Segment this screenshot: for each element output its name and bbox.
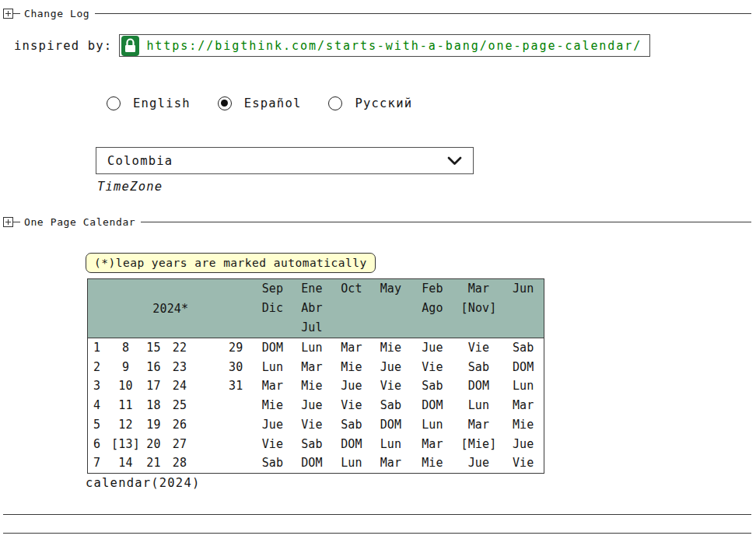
language-radio-español[interactable]: Español [218,96,302,110]
calendar-date-cell: 18 [141,396,167,415]
calendar-weekday-cell: Vie [503,453,544,473]
calendar-month-column-header: SepDic [254,279,292,338]
legend-rule [141,222,751,222]
inspired-by-row: inspired by: https://bigthink.com/starts… [14,34,650,57]
calendar-date-cell: 17 [141,376,167,396]
calendar-date-cell: 21 [141,453,167,473]
language-radio-group: EnglishEspañolРусский [107,94,412,112]
calendar-date-cell: 15 [141,338,167,358]
calendar-weekday-cell: [Mie] [455,435,503,454]
timezone-label: TimeZone [97,180,163,194]
calendar-year-label: 2024* [88,279,254,338]
calendar-row: 7142128SabDOMLunMarMieJueVie [88,453,544,473]
url-text: https://bigthink.com/starts-with-a-bang/… [146,39,642,53]
calendar-row: 18152229DOMLunMarMieJueVieSab [88,338,544,358]
calendar-weekday-cell: DOM [503,358,544,377]
calendar-row: 5121926JueVieSabDOMLunMarMie [88,415,544,435]
calendar-weekday-cell: Vie [411,358,455,377]
calendar-weekday-cell: Sab [503,338,544,358]
expand-toggle-icon[interactable] [3,217,13,227]
legend-rule [95,13,751,14]
calendar-weekday-cell: Sab [332,415,372,435]
calendar-weekday-cell: Sab [292,435,332,454]
radio-unselected-icon[interactable] [107,96,121,110]
divider-line [3,533,751,534]
month-label: Feb [411,279,455,299]
calendar-date-cell [193,453,254,473]
calendar-date-cell: 28 [167,453,193,473]
month-label [332,318,372,338]
calendar-date-cell: 10 [111,376,141,396]
calendar-month-column-header: Oct [332,279,372,338]
calendar-date-cell: 23 [167,358,193,377]
calendar-date-cell: 11 [111,396,141,415]
month-label: [Nov] [455,299,503,318]
calendar-date-cell: 19 [141,415,167,435]
one-page-calendar-label: One Page Calendar [20,216,141,228]
month-label: Jul [292,318,332,338]
url-link[interactable]: https://bigthink.com/starts-with-a-bang/… [119,34,650,57]
calendar-weekday-cell: Mie [372,338,411,358]
calendar-weekday-cell: Mie [254,396,292,415]
calendar-weekday-cell: Mar [503,396,544,415]
calendar-weekday-cell: DOM [372,415,411,435]
calendar-row: 29162330LunMarMieJueVieSabDOM [88,358,544,377]
calendar-weekday-cell: DOM [455,376,503,396]
month-label: Ago [411,299,455,318]
calendar-header: 2024*SepDicEneAbrJulOctMayFebAgoMar[Nov]… [88,279,544,338]
calendar-weekday-cell: Sab [372,396,411,415]
calendar-weekday-cell: Sab [455,358,503,377]
month-label [372,299,411,318]
calendar-date-cell: 25 [167,396,193,415]
calendar-weekday-cell: Lun [332,453,372,473]
radio-label: Español [244,96,302,110]
radio-unselected-icon[interactable] [328,96,342,110]
calendar-weekday-cell: Jue [292,396,332,415]
calendar-weekday-cell: Vie [372,376,411,396]
calendar-weekday-cell: Mie [332,358,372,377]
radio-label: Русский [355,96,412,110]
change-log-label: Change Log [20,8,95,19]
calendar-weekday-cell: Jue [411,338,455,358]
calendar-month-column-header: Jun [503,279,544,338]
expand-toggle-icon[interactable] [3,9,13,19]
language-radio-русский[interactable]: Русский [328,96,412,110]
calendar-date-cell: 1 [88,338,111,358]
radio-label: English [133,96,191,110]
calendar-weekday-cell: Mar [332,338,372,358]
calendar-date-cell: 4 [88,396,111,415]
calendar-month-column-header: EneAbrJul [292,279,332,338]
leap-year-tooltip: (*)leap years are marked automatically [86,253,376,273]
calendar-weekday-cell: DOM [411,396,455,415]
month-label [411,318,455,338]
radio-selected-icon[interactable] [218,96,232,110]
calendar-weekday-cell: Lun [372,435,411,454]
month-label: Oct [332,279,372,299]
calendar-weekday-cell: Vie [332,396,372,415]
calendar-date-cell: 9 [111,358,141,377]
language-radio-english[interactable]: English [107,96,191,110]
calendar-date-cell [193,435,254,454]
calendar-date-cell: 3 [88,376,111,396]
calendar-weekday-cell: DOM [292,453,332,473]
calendar-weekday-cell: Mar [455,415,503,435]
calendar-date-cell: 20 [141,435,167,454]
calendar-weekday-cell: Jue [254,415,292,435]
calendar-weekday-cell: Vie [292,415,332,435]
month-label: Ene [292,279,332,299]
calendar-date-cell: 14 [111,453,141,473]
month-label [254,318,292,338]
calendar-weekday-cell: Vie [254,435,292,454]
calendar-row: 4111825MieJueVieSabDOMLunMar [88,396,544,415]
calendar-date-cell: 7 [88,453,111,473]
calendar-caption: calendar(2024) [86,476,200,490]
calendar-weekday-cell: Lun [292,338,332,358]
month-label: Dic [254,299,292,318]
calendar-date-cell: 16 [141,358,167,377]
calendar-weekday-cell: Mar [372,453,411,473]
calendar-date-cell: 22 [167,338,193,358]
calendar-weekday-cell: Vie [455,338,503,358]
timezone-selected-value: Colombia [107,154,173,168]
calendar-date-cell: 2 [88,358,111,377]
timezone-select[interactable]: Colombia [96,147,474,174]
